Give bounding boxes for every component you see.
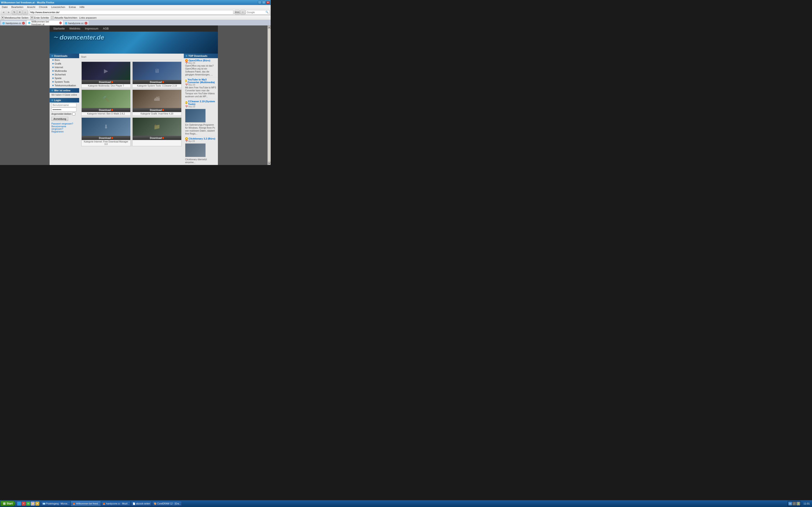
download-thumb-5: 📁 — [133, 118, 181, 136]
download-btn-4[interactable]: Download — [82, 136, 130, 140]
menu-lesezeichen[interactable]: Lesezeichen — [50, 6, 66, 8]
sidebar-item-multimedia[interactable]: Multimedia — [50, 69, 79, 73]
menu-hilfe[interactable]: Hilfe — [79, 6, 86, 8]
close-button[interactable]: ✕ — [266, 1, 270, 4]
login-bullet — [51, 99, 53, 101]
top-download-link-0[interactable]: OpenOffice (Büro) — [189, 59, 210, 62]
top-download-link-2[interactable]: CCleaner 2.19 (System Tools) — [188, 100, 216, 105]
sidebar-item-system[interactable]: System Tools — [50, 80, 79, 83]
site-header-nav: Startseite Weblinks Impressum AGB — [50, 25, 218, 32]
username-input[interactable] — [51, 103, 77, 107]
telekom-dot — [52, 85, 54, 86]
menu-chronik[interactable]: Chronik — [38, 6, 48, 8]
tab-2[interactable]: 🌐 handyzone.cc ✕ — [63, 21, 89, 25]
top-downloads-bullet — [186, 55, 188, 57]
back-button[interactable]: ◀ — [1, 10, 6, 15]
website: Startseite Weblinks Impressum AGB 〜 down… — [0, 25, 267, 165]
bookmark-item-4[interactable]: Links anpassen — [79, 16, 96, 19]
download-btn-1[interactable]: Download — [133, 80, 181, 84]
window-controls: _ □ ✕ — [258, 1, 270, 4]
download-item-2[interactable]: 🔨 Download Kategorie Internet: Biet-O-Ma… — [82, 90, 131, 116]
address-input[interactable] — [30, 11, 232, 14]
download-dot-2 — [111, 109, 113, 111]
top-download-1[interactable]: ▶ YouTube to Mp3 Converter (Multimedia) … — [184, 77, 218, 99]
multimedia-dot — [52, 70, 54, 71]
tab-1[interactable]: 🌐 Willkommen bei freedown.at ✕ — [27, 20, 63, 25]
sidebar-item-telekom[interactable]: Telekommunikation — [50, 83, 79, 87]
search-input[interactable] — [247, 11, 265, 14]
search-box[interactable]: 🔍 — [246, 10, 270, 14]
login-button[interactable]: Anmeldung — [51, 117, 68, 121]
download-item-5[interactable]: 📁 Download — [133, 117, 182, 146]
download-btn-0[interactable]: Download — [82, 80, 130, 84]
tab-close-0[interactable]: ✕ — [22, 22, 25, 24]
register-link[interactable]: Registrieren — [51, 130, 77, 133]
reload-button[interactable]: ↻ — [12, 10, 17, 15]
sidebar-item-grafik[interactable]: Grafik — [50, 62, 79, 65]
nav-impressum[interactable]: Impressum — [85, 27, 98, 30]
tab-close-2[interactable]: ✕ — [85, 22, 87, 24]
site-header: 〜 downcenter.de — [50, 32, 218, 54]
forgot-username-link[interactable]: Benutzername vergessen? — [51, 125, 77, 130]
download-thumb-1: 🖥 — [133, 62, 181, 80]
nav-agb[interactable]: AGB — [103, 27, 109, 30]
download-btn-5[interactable]: Download — [133, 136, 181, 140]
home-button[interactable]: ⌂ — [23, 10, 28, 15]
window-title: Willkommen bei freedown.at - Mozilla Fir… — [1, 1, 54, 4]
scroll-down[interactable]: ▼ — [268, 162, 271, 165]
nav-weblinks[interactable]: Weblinks — [69, 27, 80, 30]
sidebar-item-sicherheit[interactable]: Sicherheit — [50, 73, 79, 76]
tab-0[interactable]: 🌐 handyzone.cc ✕ — [1, 21, 26, 25]
download-item-0[interactable]: ▶ Download Kategorie Multimedia: Divx Pl… — [82, 62, 131, 88]
bookmark-item-1[interactable]: ★ Meistbesuchte Seiten — [1, 16, 29, 19]
login-links: Passwort vergessen? Benutzername vergess… — [50, 122, 79, 134]
calendar-icon-3: 📅 — [185, 140, 188, 143]
scroll-up[interactable]: ▲ — [268, 25, 271, 29]
menu-extras[interactable]: Extras — [68, 6, 77, 8]
bookmark-item-3[interactable]: 📰 Aktuelle Nachrichten — [51, 16, 77, 19]
password-input[interactable] — [51, 108, 77, 112]
top-download-link-3[interactable]: Clicktionary 3.2 (Büro) — [189, 137, 215, 140]
rss-icon: RSS — [235, 10, 240, 15]
sidebar-item-internet[interactable]: Internet — [50, 65, 79, 69]
main-content-area: Start ▶ Download Kategorie Multimedia: D… — [79, 54, 184, 165]
maximize-button[interactable]: □ — [262, 1, 266, 4]
download-caption-1: Kategorie System Tools: CCleaner 2.19 — [133, 84, 181, 88]
top-download-2[interactable]: ▶ CCleaner 2.19 (System Tools) 📅 Mai.09 … — [184, 99, 218, 136]
top-download-date-2: 📅 Mai.09 — [185, 105, 216, 108]
nav-startseite[interactable]: Startseite — [53, 27, 65, 30]
menu-ansicht[interactable]: Ansicht — [26, 6, 36, 8]
download-caption-5 — [133, 140, 181, 141]
downloads-section: Downloads Büro Grafik Internet — [50, 54, 79, 87]
top-download-3[interactable]: ▶ Clicktionary 3.2 (Büro) 📅 Apr.09 Click… — [184, 136, 218, 165]
minimize-button[interactable]: _ — [258, 1, 262, 4]
top-download-link-1[interactable]: YouTube to Mp3 Converter (Multimedia) — [188, 78, 216, 83]
sidebar-item-spiele[interactable]: Spiele — [50, 76, 79, 80]
stop-button[interactable]: ✕ — [17, 10, 22, 15]
download-btn-2[interactable]: Download — [82, 108, 130, 112]
download-thumb-2: 🔨 — [82, 90, 130, 108]
download-item-4[interactable]: ⬇ Download Kategorie Internet: Free Down… — [82, 117, 131, 146]
scrollbar[interactable]: ▲ ▼ — [267, 25, 271, 165]
top-download-0[interactable]: ★ OpenOffice (Büro) 📅 Mai.09 OpenOffice.… — [184, 58, 218, 77]
menu-bearbeiten[interactable]: Bearbeiten — [10, 6, 24, 8]
logo-bird-icon: 〜 — [53, 35, 58, 41]
top-download-icon-1: ▶ — [185, 79, 187, 82]
download-btn-3[interactable]: Download — [133, 108, 181, 112]
star-icon[interactable]: ☆ — [240, 10, 245, 15]
search-icon[interactable]: 🔍 — [265, 11, 269, 14]
bookmark-icon-3: 📰 — [51, 16, 54, 19]
menu-datei[interactable]: Datei — [1, 6, 9, 8]
address-bar[interactable] — [29, 10, 233, 14]
login-header: Login — [50, 98, 79, 103]
forward-button[interactable]: ▶ — [6, 10, 11, 15]
forgot-password-link[interactable]: Passwort vergessen? — [51, 122, 77, 125]
remember-checkbox[interactable] — [72, 112, 75, 115]
download-item-3[interactable]: 🏙 Download Kategorie Grafik: IrvanView 4… — [133, 90, 182, 116]
download-item-1[interactable]: 🖥 Download Kategorie System Tools: CClea… — [133, 62, 182, 88]
sidebar-item-buero[interactable]: Büro — [50, 58, 79, 62]
download-dot-3 — [162, 109, 164, 111]
bookmark-item-2[interactable]: ⊕ Erste Schritte — [30, 16, 49, 19]
page-area: Startseite Weblinks Impressum AGB 〜 down… — [0, 25, 271, 165]
tab-close-1[interactable]: ✕ — [59, 21, 62, 24]
